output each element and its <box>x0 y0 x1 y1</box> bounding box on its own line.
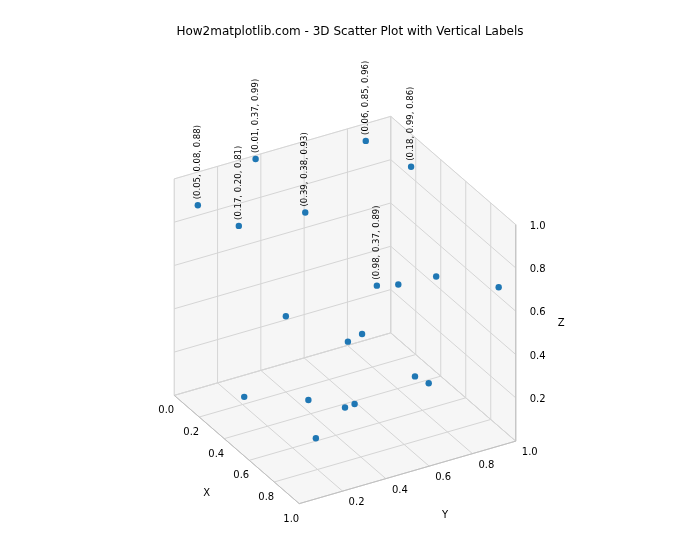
x-tick: 0.8 <box>258 491 274 502</box>
scatter-point <box>252 156 258 162</box>
scatter-point <box>408 164 414 170</box>
scatter-point <box>305 397 311 403</box>
y-axis-label: Y <box>441 509 449 520</box>
point-annotation: (0.98, 0.37, 0.89) <box>371 205 381 279</box>
scatter-point <box>302 209 308 215</box>
y-tick: 0.6 <box>435 471 451 482</box>
scatter-point <box>351 401 357 407</box>
x-tick: 0.2 <box>183 426 199 437</box>
y-tick: 0.4 <box>392 484 408 495</box>
z-tick: 1.0 <box>530 220 546 231</box>
scatter-point <box>359 331 365 337</box>
z-tick: 0.6 <box>530 306 546 317</box>
point-annotation: (0.18, 0.99, 0.86) <box>405 87 415 161</box>
scatter-point <box>241 394 247 400</box>
point-annotation: (0.17, 0.20, 0.81) <box>233 146 243 220</box>
scatter-point <box>412 373 418 379</box>
x-tick: 1.0 <box>283 513 299 524</box>
scatter-point <box>283 313 289 319</box>
figure: How2matplotlib.com - 3D Scatter Plot wit… <box>0 0 700 560</box>
scatter-point <box>395 281 401 287</box>
y-tick: 0.2 <box>349 496 365 507</box>
z-tick: 0.4 <box>530 350 546 361</box>
point-annotation: (0.01, 0.37, 0.99) <box>250 79 260 153</box>
y-tick: 0.8 <box>478 459 494 470</box>
scatter-point <box>426 380 432 386</box>
z-tick: 0.2 <box>530 393 546 404</box>
z-axis-label: Z <box>558 317 565 328</box>
x-tick: 0.4 <box>208 448 224 459</box>
x-tick: 0.6 <box>233 469 249 480</box>
y-tick: 1.0 <box>522 446 538 457</box>
scatter-point <box>236 223 242 229</box>
scatter-point <box>313 435 319 441</box>
scatter-point <box>363 138 369 144</box>
x-tick: 0.0 <box>158 404 174 415</box>
x-axis-label: X <box>203 487 210 498</box>
scatter-point <box>495 284 501 290</box>
point-annotation: (0.39, 0.38, 0.93) <box>299 132 309 206</box>
scatter-point <box>345 338 351 344</box>
point-annotation: (0.06, 0.85, 0.96) <box>360 61 370 135</box>
plot-svg: 0.00.20.40.60.81.00.20.40.60.81.00.20.40… <box>0 0 700 560</box>
scatter-point <box>195 202 201 208</box>
scatter-point <box>433 273 439 279</box>
z-tick: 0.8 <box>530 263 546 274</box>
point-annotation: (0.05, 0.08, 0.88) <box>192 125 202 199</box>
scatter-point <box>374 282 380 288</box>
scatter-point <box>342 404 348 410</box>
